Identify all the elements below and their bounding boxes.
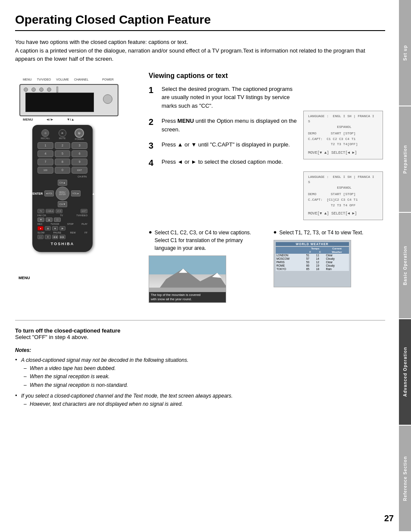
tab-reference-section[interactable]: Reference Section <box>399 426 411 531</box>
btn-3[interactable]: 3 <box>72 142 87 149</box>
numpad: 1 2 3 4 5 6 7 8 9 100 0 ENT <box>37 142 87 174</box>
caption-preview-box: The top of the mountain is covered with … <box>149 255 226 303</box>
stop-btn[interactable]: ■ <box>52 226 58 230</box>
btn-1[interactable]: 1 <box>37 142 53 149</box>
nav-cross: CH▲ ◄VOL MENU/ENTER VOL► CH▼ MENU/ENTER … <box>35 180 90 207</box>
tv-btn[interactable]: TV <box>37 209 44 213</box>
note-1: A closed-captioned signal may not be dec… <box>15 356 385 389</box>
tv-power-button[interactable] <box>103 94 112 104</box>
page-title: Operating Closed Caption Feature <box>15 13 385 31</box>
btn-7[interactable]: 7 <box>37 159 53 165</box>
caption-col-left: ● Select C1, C2, C3, or C4 to view capti… <box>149 229 261 303</box>
right-col: Viewing captions or text 1 Select the de… <box>149 72 385 311</box>
recall-btn-group: ⊙ RECALL <box>41 129 50 140</box>
step-3: 3 Press ▲ or ▼ until "C.CAPT" is display… <box>149 140 299 151</box>
exit-btn[interactable]: EXIT <box>81 209 87 213</box>
cable-btn[interactable]: CABLE <box>46 209 54 213</box>
tv-controls-row <box>24 87 58 93</box>
tab-preparation[interactable]: Preparation <box>399 106 411 212</box>
steps-with-osd: 1 Select the desired program. The captio… <box>149 85 385 225</box>
slow-btn[interactable]: ▷| <box>37 235 44 239</box>
recall-button[interactable]: ⊙ <box>41 129 49 137</box>
transport2-buttons: ▷| ⏸ ◀◀ ▶▶ <box>37 235 87 239</box>
tv-vcr-btn[interactable]: ▣ <box>45 226 51 230</box>
transport-labels: REC TV/VCR STOP PLAY <box>37 223 87 225</box>
brand-label: TOSHIBA <box>35 242 90 246</box>
tv-btn-1[interactable] <box>24 87 28 92</box>
tv-screen <box>25 93 94 112</box>
weather-row-moscow: MOSCOW 57 14 Cloudy <box>276 257 349 261</box>
weather-row-paris: PARIS 53 12 Clear <box>276 261 349 264</box>
tab-advanced-operation[interactable]: Advanced Operation <box>399 319 411 425</box>
weather-row-rome: ROME 66 19 Cloudy <box>276 264 349 268</box>
btn-100[interactable]: 100 <box>37 167 53 174</box>
btn-6[interactable]: 6 <box>72 150 87 157</box>
notes-section: Notes: A closed-captioned signal may not… <box>15 346 385 408</box>
osd-screen-1: LANGUAGE : ENGL I SH | FRANCA I S ESPANO… <box>303 111 383 159</box>
left-diagram-col: MENU TV/VIDEO VOLUME CHANNEL POWER MENU … <box>15 72 140 311</box>
step-4: 4 Press ◄ or ► to select the closed capt… <box>149 158 299 168</box>
section-heading: Viewing captions or text <box>149 72 385 80</box>
fav-down-btn[interactable]: ▼ <box>37 218 44 222</box>
caption-bar: The top of the mountain is covered with … <box>149 292 226 302</box>
pause-btn[interactable]: ⏸ <box>45 235 51 239</box>
tab-setup[interactable]: Set up <box>399 0 411 106</box>
power-btn-group: ⏻ POWER <box>75 128 84 140</box>
tv-btn-2[interactable] <box>31 87 36 92</box>
rew-btn[interactable]: ◀◀ <box>52 235 58 239</box>
transport-buttons: ● ▣ ■ ▶ <box>37 226 87 230</box>
weather-row-london: LONDON 51 11 Clear <box>276 254 349 257</box>
btn-5[interactable]: 5 <box>55 150 71 157</box>
caption-col-right: ● Select T1, T2, T3, or T4 to view Text.… <box>274 229 386 303</box>
tv-diagram: MENU TV/VIDEO VOLUME CHANNEL POWER MENU … <box>15 72 127 121</box>
tv-video-btn[interactable]: ☐ <box>54 218 61 222</box>
fav-up-btn[interactable]: ▲ <box>46 218 53 222</box>
two-col-layout: MENU TV/VIDEO VOLUME CHANNEL POWER MENU … <box>15 72 385 311</box>
ch-up-btn[interactable]: CH▲ <box>58 180 67 186</box>
weather-table: Temps Current F C Weather <box>276 247 349 271</box>
intro-section: You have two options with the closed cap… <box>15 38 385 63</box>
btn-8[interactable]: 8 <box>55 159 71 165</box>
play-btn[interactable]: ▶ <box>59 226 65 230</box>
btn-ent[interactable]: ENT <box>72 167 87 174</box>
menu-left-label: MENU <box>19 276 30 280</box>
tab-basic-operation[interactable]: Basic Operation <box>399 213 411 318</box>
page-number: 27 <box>384 513 394 523</box>
note-1-sub-3: When the signal reception is non-standar… <box>21 381 385 389</box>
nav-arrows-label: ▲/▼ <box>92 192 99 195</box>
power-button[interactable]: ⏻ <box>75 128 84 138</box>
tv-slider[interactable] <box>56 87 58 93</box>
note-2: If you select a closed-captioned channel… <box>15 392 385 408</box>
btn-2[interactable]: 2 <box>55 142 71 149</box>
remote-wrapper: ⊙ RECALL ⊗ MUTE ⏻ POWER <box>32 125 93 252</box>
nav-middle-row: ◄VOL MENU/ENTER VOL► <box>44 187 81 200</box>
vol-right-btn[interactable]: VOL► <box>71 190 81 196</box>
btn-9[interactable]: 9 <box>72 159 87 165</box>
btn-4[interactable]: 4 <box>37 150 53 157</box>
menu-enter-btn[interactable]: MENU/ENTER <box>56 187 69 200</box>
note-1-sub-1: When a video tape has been dubbed. <box>21 364 385 373</box>
osd-column: LANGUAGE : ENGL I SH | FRANCA I S ESPANO… <box>299 85 385 225</box>
note-1-sub-2: When the signal reception is weak. <box>21 373 385 381</box>
tv-btn-3[interactable] <box>39 87 44 92</box>
note-2-sub-1: However, text characters are not display… <box>21 400 385 408</box>
fav-ch-buttons: ▼ ▲ ☐ <box>37 218 87 222</box>
transport2-labels: SLOW PAUSE REW FF <box>37 231 87 234</box>
mute-button[interactable]: ⊗ <box>59 129 66 137</box>
ch-down-btn[interactable]: CH▼ <box>58 201 67 207</box>
vcr-btn[interactable]: VCR <box>56 209 62 213</box>
tv-body <box>19 84 118 116</box>
weather-preview-box: WORLD WEATHER Temps Current F <box>274 240 351 287</box>
main-content: Operating Closed Caption Feature You hav… <box>0 0 398 417</box>
btn-0[interactable]: 0 <box>55 167 71 174</box>
ch-rtn-label: CH.RTN <box>35 175 90 178</box>
menu-side-label: MENU/ENTER <box>23 192 43 195</box>
weather-row-tokyo: TOKYO 65 18 Rain <box>276 268 349 271</box>
rec-btn[interactable]: ● <box>37 226 44 230</box>
step-2: 2 Press MENU until the Option menu is di… <box>149 117 299 134</box>
input-select-row: TV CABLE VCR EXIT <box>37 209 87 213</box>
tv-bottom-labels: MENU ◄/► ▼/▲ <box>23 118 75 121</box>
vol-left-btn[interactable]: ◄VOL <box>44 190 54 196</box>
ff-btn[interactable]: ▶▶ <box>59 235 65 239</box>
tv-btn-4[interactable] <box>47 87 51 92</box>
